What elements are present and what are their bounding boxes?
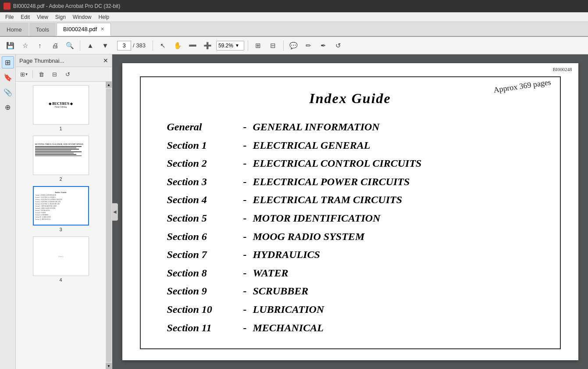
thumbnail-frame-4[interactable]: (blank) (33, 236, 89, 276)
thumbnail-label-2: 2 (59, 176, 62, 182)
comment-button[interactable]: 💬 (287, 39, 300, 52)
pdf-section-label: Section 7 (167, 247, 237, 262)
thumbnail-frame-3[interactable]: Index Guide General - GENERAL INFORMATIO… (33, 186, 89, 226)
fit-page-button[interactable]: ⊞ (252, 39, 265, 52)
pdf-section-label: Section 11 (167, 321, 237, 336)
menu-file[interactable]: File (2, 13, 17, 21)
pdf-description: ELECTRICAL POWER CIRCUITS (253, 175, 410, 190)
pdf-entry: Section 11 - MECHANICAL (167, 321, 542, 336)
title-bar: BI000248.pdf - Adobe Acrobat Pro DC (32-… (0, 0, 588, 12)
pdf-section-label: Section 10 (167, 302, 237, 317)
thumbnail-item-4[interactable]: (blank) 4 (19, 236, 102, 283)
pdf-border: Approx 369 pages Index Guide General - G… (140, 76, 561, 349)
toolbar-sep-2 (153, 40, 153, 51)
sidebar-toolbar: ⊞▼ 🗑 ⊟ ↺ (16, 67, 112, 82)
menu-edit[interactable]: Edit (17, 13, 33, 21)
scrollbar-down-arrow[interactable]: ▼ (106, 363, 112, 369)
zoom-out-button[interactable]: ➖ (186, 39, 200, 52)
pdf-description: ELECTRICAL TRAM CIRCUITS (253, 193, 403, 208)
rotate-button[interactable]: ↺ (332, 39, 345, 52)
pdf-entry: Section 10 - LUBRICATION (167, 302, 542, 317)
next-page-button[interactable]: ▼ (99, 39, 112, 52)
tab-home[interactable]: Home (0, 23, 29, 36)
highlight-button[interactable]: ✏ (302, 39, 315, 52)
tab-doc[interactable]: BI000248.pdf ✕ (57, 23, 111, 36)
menu-sign[interactable]: Sign (52, 13, 69, 21)
app-icon (4, 3, 11, 10)
upload-button[interactable]: ↑ (33, 39, 46, 52)
pdf-entry: Section 8 - WATER (167, 266, 542, 281)
hand-tool-button[interactable]: ✋ (171, 39, 185, 52)
thumbnail-item-1[interactable]: ◆ BUCYRUS ◆ Puda Cabling 1 (19, 85, 102, 131)
thumbnail-frame-2[interactable]: SETTING TREE CLEANER AND STUMP SPEED (33, 136, 89, 175)
toolbar: 💾 ☆ ↑ 🖨 🔍 ▲ ▼ / 383 ↖ ✋ ➖ ➕ 59.2% ▼ ⊞ ⊟ … (0, 37, 588, 54)
cursor-tool-button[interactable]: ↖ (157, 39, 170, 52)
pdf-section-label: Section 1 (167, 138, 237, 153)
thumbnail-item-2[interactable]: SETTING TREE CLEANER AND STUMP SPEED (19, 136, 102, 182)
sidebar-columns[interactable]: ⊟ (49, 69, 60, 79)
layers-icon[interactable]: ⊕ (2, 101, 14, 113)
pdf-dash: - (243, 120, 247, 135)
pdf-description: WATER (253, 266, 289, 281)
sign-button[interactable]: ✒ (317, 39, 330, 52)
zoom-value: 59.2% (218, 43, 233, 49)
thumbnail-frame-1[interactable]: ◆ BUCYRUS ◆ Puda Cabling (33, 85, 89, 125)
thumbnail-scroll-container: ◆ BUCYRUS ◆ Puda Cabling 1 SETTING TREE … (16, 82, 112, 369)
pdf-dash: - (243, 302, 247, 317)
page-total: / 383 (133, 42, 146, 49)
thumbnail-label-4: 4 (59, 277, 62, 283)
attachments-icon[interactable]: 📎 (2, 86, 14, 98)
pdf-dash: - (243, 321, 247, 336)
pdf-dash: - (243, 211, 247, 226)
page-nav: / 383 (117, 41, 146, 50)
pdf-description: ELECTRICAL GENERAL (253, 138, 371, 153)
sidebar-collapse-button[interactable]: ◀ (112, 203, 118, 221)
pdf-section-label: Section 4 (167, 193, 237, 208)
print-button[interactable]: 🖨 (48, 39, 61, 52)
scrollbar-up-arrow[interactable]: ▲ (106, 82, 112, 88)
sidebar-rotate[interactable]: ↺ (62, 69, 73, 79)
toolbar-sep-3 (248, 40, 248, 51)
prev-page-button[interactable]: ▲ (84, 39, 97, 52)
pdf-description: HYDRAULICS (253, 247, 320, 262)
sidebar-view-options[interactable]: ⊞▼ (18, 69, 30, 79)
main-layout: ⊞ 🔖 📎 ⊕ Page Thumbnai... ✕ ⊞▼ 🗑 ⊟ ↺ (0, 54, 588, 369)
page-number-input[interactable] (117, 41, 131, 50)
scrollbar-thumb[interactable] (106, 89, 111, 362)
pdf-description: MOOG RADIO SYSTEM (253, 229, 365, 244)
pdf-section-label: Section 9 (167, 284, 237, 299)
sidebar-scrollbar[interactable]: ▲ ▼ (106, 82, 112, 369)
pdf-dash: - (243, 193, 247, 208)
save-button[interactable]: 💾 (4, 39, 17, 52)
bookmark-button[interactable]: ☆ (18, 39, 32, 52)
zoom-in-button[interactable]: ➕ (201, 39, 214, 52)
pdf-entry: Section 1 - ELECTRICAL GENERAL (167, 138, 542, 153)
thumbnail-item-3[interactable]: Index Guide General - GENERAL INFORMATIO… (19, 186, 102, 232)
menu-bar: File Edit View Sign Window Help (0, 12, 588, 22)
snap-button[interactable]: ⊟ (267, 39, 280, 52)
pdf-entry: Section 4 - ELECTRICAL TRAM CIRCUITS (167, 193, 542, 208)
tab-doc-label: BI000248.pdf (63, 26, 97, 32)
pdf-description: MOTOR IDENTIFICATION (253, 211, 381, 226)
zoom-dropdown[interactable]: 59.2% ▼ (216, 41, 244, 50)
menu-help[interactable]: Help (95, 13, 113, 21)
bookmarks-icon[interactable]: 🔖 (2, 71, 14, 83)
pdf-section-label: Section 6 (167, 229, 237, 244)
pdf-description: GENERAL INFORMATION (253, 120, 380, 135)
tab-doc-close[interactable]: ✕ (100, 26, 104, 32)
reduce-zoom-button[interactable]: 🔍 (63, 39, 76, 52)
pdf-doc-id: BI000248 (553, 67, 572, 72)
pdf-description: SCRUBBER (253, 284, 309, 299)
sidebar-close-button[interactable]: ✕ (103, 57, 108, 64)
left-icon-strip: ⊞ 🔖 📎 ⊕ (0, 54, 16, 369)
menu-view[interactable]: View (33, 13, 52, 21)
thumbnail-label-1: 1 (59, 126, 62, 131)
sidebar-delete[interactable]: 🗑 (36, 69, 47, 79)
thumbnails-icon[interactable]: ⊞ (2, 56, 14, 68)
pdf-entry: General - GENERAL INFORMATION (167, 120, 542, 135)
pdf-title: Index Guide (158, 90, 542, 107)
sidebar: Page Thumbnai... ✕ ⊞▼ 🗑 ⊟ ↺ ◆ B (16, 54, 112, 369)
tab-tools[interactable]: Tools (29, 23, 56, 36)
pdf-dash: - (243, 229, 247, 244)
menu-window[interactable]: Window (69, 13, 95, 21)
